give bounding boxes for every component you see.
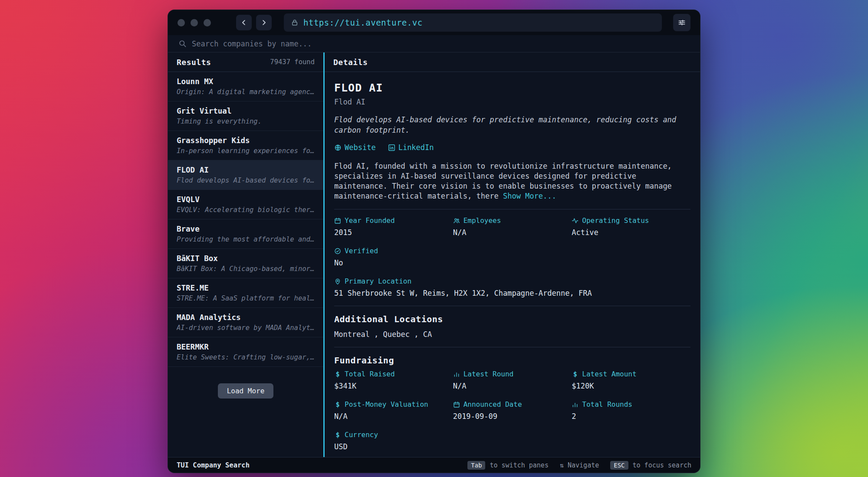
chevron-right-icon xyxy=(260,19,268,26)
calendar-icon xyxy=(334,217,341,224)
field-label-text: Year Founded xyxy=(345,217,395,224)
field-label-text: Operating Status xyxy=(582,217,649,224)
url-text: https://tui.aventure.vc xyxy=(303,18,423,27)
field-label: $Post-Money Valuation xyxy=(334,401,453,408)
settings-button[interactable] xyxy=(673,14,690,31)
hint-switch-panes: to switch panes xyxy=(490,461,548,469)
result-item-desc: In-person learning experiences for ki… xyxy=(177,147,315,156)
search-input[interactable] xyxy=(192,39,690,48)
hint-focus-search: to focus search xyxy=(633,461,691,469)
window-control-dot[interactable] xyxy=(204,19,211,26)
result-item[interactable]: BāKIT BoxBāKIT Box: A Chicago-based, min… xyxy=(168,249,323,278)
nav-back-button[interactable] xyxy=(236,15,252,30)
divider xyxy=(334,347,690,347)
linkedin-link[interactable]: LinkedIn xyxy=(388,143,434,152)
company-description: Flod AI, founded with a mission to revol… xyxy=(334,161,690,201)
sliders-icon xyxy=(677,18,686,27)
divider xyxy=(334,306,690,306)
window-control-dot[interactable] xyxy=(178,19,185,26)
result-item-name: BEERMKR xyxy=(177,342,315,352)
fundraising-field-grid: $Total Raised$341KLatest RoundN/A$Latest… xyxy=(334,371,690,451)
field-label: Operating Status xyxy=(572,217,690,224)
details-content[interactable]: FLOD AI Flod AI Flod develops AI-based d… xyxy=(325,72,700,457)
field-label-text: Primary Location xyxy=(345,278,411,285)
result-item[interactable]: BEERMKRElite Sweets: Crafting low-sugar,… xyxy=(168,337,323,367)
field-value: 2 xyxy=(572,412,690,421)
search-bar xyxy=(168,35,700,52)
field-label: Year Founded xyxy=(334,217,453,224)
results-pane-header: Results 79437 found xyxy=(168,52,323,72)
website-link[interactable]: Website xyxy=(334,143,376,152)
result-item-name: BāKIT Box xyxy=(177,254,315,263)
field-label-text: Post-Money Valuation xyxy=(345,401,428,408)
result-item-name: STRE.ME xyxy=(177,283,315,293)
field-total-rounds: Total Rounds2 xyxy=(572,401,690,421)
statusbar: TUI Company Search Tab to switch panes ⇅… xyxy=(168,457,700,473)
field-verified: VerifiedNo xyxy=(334,248,453,268)
result-item[interactable]: Grasshopper KidsIn-person learning exper… xyxy=(168,131,323,160)
result-item[interactable]: MADA AnalyticsAI-driven software by MADA… xyxy=(168,308,323,337)
url-bar[interactable]: https://tui.aventure.vc xyxy=(284,13,662,32)
dollar-icon: $ xyxy=(334,371,341,378)
divider xyxy=(334,209,690,209)
field-label-text: Employees xyxy=(464,217,501,224)
dollar-icon: $ xyxy=(334,401,341,408)
field-value: N/A xyxy=(453,381,572,391)
result-item[interactable]: Grit VirtualTiming is everything. xyxy=(168,101,323,131)
result-item-desc: EVQLV: Accelerating biologic therapie… xyxy=(177,206,315,215)
result-item-desc: Providing the most affordable and mos… xyxy=(177,235,315,244)
load-more-button[interactable]: Load More xyxy=(218,383,274,399)
additional-locations-heading: Additional Locations xyxy=(334,314,690,324)
results-list: Lounn MXOrigin: A digital marketing agen… xyxy=(168,72,323,367)
lock-icon xyxy=(291,19,299,26)
kbd-esc: ESC xyxy=(610,461,628,470)
result-item[interactable]: FLOD AIFlod develops AI-based devices fo… xyxy=(168,160,323,190)
company-links: Website LinkedIn xyxy=(334,142,690,153)
details-pane: Details FLOD AI Flod AI Flod develops AI… xyxy=(325,52,700,457)
field-value: 2015 xyxy=(334,228,453,237)
activity-icon xyxy=(572,217,579,224)
field-label-text: Total Raised xyxy=(345,371,395,378)
result-item-name: Grit Virtual xyxy=(177,106,315,116)
field-value: $341K xyxy=(334,381,453,391)
show-more-link[interactable]: Show More... xyxy=(503,192,556,200)
field-label: Latest Round xyxy=(453,371,572,378)
company-subtitle: Flod AI xyxy=(334,97,690,107)
calendar-icon xyxy=(453,401,460,408)
field-value: No xyxy=(334,258,453,268)
dollar-icon: $ xyxy=(572,371,579,378)
result-item[interactable]: Lounn MXOrigin: A digital marketing agen… xyxy=(168,72,323,101)
field-label: Primary Location xyxy=(334,278,690,285)
result-item-desc: Timing is everything. xyxy=(177,117,315,126)
result-item-desc: Origin: A digital marketing agency si… xyxy=(177,88,315,97)
field-label-text: Currency xyxy=(345,431,378,438)
field-year-founded: Year Founded2015 xyxy=(334,217,453,237)
additional-locations-value: Montreal , Quebec , CA xyxy=(334,330,690,339)
result-item[interactable]: BraveProviding the most affordable and m… xyxy=(168,219,323,249)
result-item-desc: AI-driven software by MADA Analytics … xyxy=(177,323,315,333)
field-total-raised: $Total Raised$341K xyxy=(334,371,453,391)
linkedin-link-label: LinkedIn xyxy=(398,143,434,152)
field-latest-round: Latest RoundN/A xyxy=(453,371,572,391)
field-value: 2019-09-09 xyxy=(453,412,572,421)
result-item-desc: Elite Sweets: Crafting low-sugar, ket… xyxy=(177,353,315,362)
field-label-text: Latest Round xyxy=(464,371,514,378)
result-item-desc: BāKIT Box: A Chicago-based, minority-… xyxy=(177,265,315,274)
field-announced-date: Announced Date2019-09-09 xyxy=(453,401,572,421)
nav-forward-button[interactable] xyxy=(256,15,272,30)
field-primary-location: Primary Location51 Sherbrooke St W, Reim… xyxy=(334,278,690,298)
users-icon xyxy=(453,217,460,224)
company-name: FLOD AI xyxy=(334,82,690,95)
window-control-dot[interactable] xyxy=(191,19,198,26)
result-item[interactable]: EVQLVEVQLV: Accelerating biologic therap… xyxy=(168,190,323,219)
pin-icon xyxy=(334,278,341,285)
hint-navigate: ⇅ Navigate xyxy=(560,461,599,469)
result-item[interactable]: STRE.MESTRE.ME: A SaaS platform for heal… xyxy=(168,278,323,308)
field-label: $Currency xyxy=(334,431,453,438)
search-icon xyxy=(178,39,187,48)
statusbar-hints: Tab to switch panes ⇅ Navigate ESC to fo… xyxy=(467,461,691,470)
field-value: USD xyxy=(334,442,453,451)
company-tagline: Flod develops AI-based devices for predi… xyxy=(334,114,690,135)
nav-buttons xyxy=(236,15,272,30)
field-label: Employees xyxy=(453,217,572,224)
